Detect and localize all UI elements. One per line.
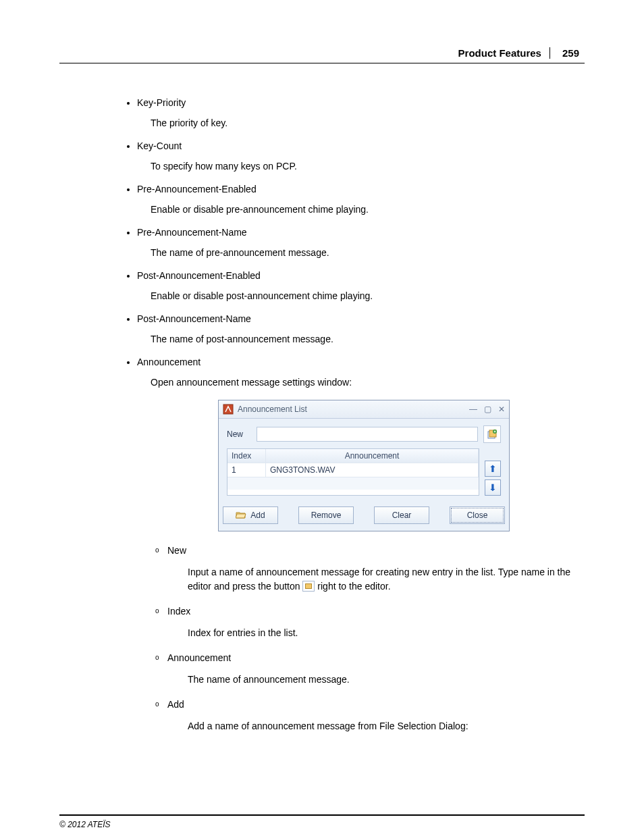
page-header: Product Features 259	[59, 47, 585, 63]
remove-button-label: Remove	[311, 511, 342, 520]
subitem-desc: The name of announcement message.	[188, 673, 585, 687]
dialog-title: Announcement List	[238, 405, 469, 414]
add-file-icon	[487, 429, 498, 440]
header-section-title: Product Features	[458, 47, 550, 59]
item-title: Pre-Announcement-Enabled	[137, 184, 585, 194]
new-label: New	[227, 429, 251, 439]
new-name-input[interactable]	[257, 427, 478, 442]
cell-announcement: GNG3TONS.WAV	[266, 463, 479, 477]
table-row[interactable]: 1 GNG3TONS.WAV	[227, 463, 479, 477]
header-page-number: 259	[550, 47, 585, 59]
folder-open-icon	[236, 511, 246, 521]
move-down-button[interactable]: ⬇	[485, 479, 501, 496]
bullet-circle-icon: o	[155, 700, 159, 708]
item-title: Pre-Announcement-Name	[137, 227, 585, 238]
sub-feature-list: o New Input a name of announcement messa…	[137, 545, 585, 733]
arrow-down-icon: ⬇	[489, 482, 497, 493]
subitem-title: Announcement	[167, 652, 585, 663]
item-title: Key-Priority	[137, 97, 585, 108]
feature-list: Key-Priority The priority of key. Key-Co…	[59, 97, 585, 733]
bullet-circle-icon: o	[155, 546, 159, 554]
move-up-button[interactable]: ⬆	[485, 461, 501, 477]
subitem-desc: Input a name of announcement message for…	[188, 565, 585, 594]
minimize-icon[interactable]: —	[469, 405, 477, 414]
add-file-inline-icon	[302, 581, 315, 592]
announcement-table: Index Announcement 1 GNG3TONS.WAV	[227, 448, 479, 496]
item-desc: To specify how many keys on PCP.	[151, 161, 585, 172]
subitem-title: Add	[167, 699, 585, 710]
maximize-icon[interactable]: ▢	[484, 405, 491, 414]
col-index-header[interactable]: Index	[227, 449, 266, 463]
item-desc: The name of pre-announcement message.	[151, 247, 585, 258]
col-announcement-header[interactable]: Announcement	[266, 449, 479, 463]
item-title: Key-Count	[137, 140, 585, 151]
bullet-circle-icon: o	[155, 607, 159, 615]
item-desc: The priority of key.	[151, 118, 585, 128]
remove-button[interactable]: Remove	[298, 506, 354, 524]
app-icon	[223, 404, 234, 415]
subitem-title: Index	[167, 606, 585, 617]
item-desc: The name of post-announcement message.	[151, 334, 585, 344]
close-icon[interactable]: ✕	[498, 405, 505, 414]
item-desc: Open announcement message settings windo…	[151, 377, 585, 388]
clear-button-label: Clear	[392, 511, 412, 520]
subitem-title: New	[167, 545, 585, 556]
item-desc: Enable or disable pre-announcement chime…	[151, 204, 585, 215]
add-entry-button[interactable]	[483, 425, 501, 443]
item-title: Post-Announcement-Name	[137, 313, 585, 324]
item-desc: Enable or disable post-announcement chim…	[151, 290, 585, 301]
copyright-text: © 2012 ATEÏS	[59, 820, 111, 829]
announcement-list-dialog: Announcement List — ▢ ✕ New	[218, 400, 510, 531]
close-button[interactable]: Close	[450, 506, 505, 524]
add-button-label: Add	[250, 511, 265, 520]
bullet-circle-icon: o	[155, 654, 159, 661]
subitem-desc: Add a name of announcement message from …	[188, 719, 585, 733]
cell-index: 1	[227, 463, 266, 477]
clear-button[interactable]: Clear	[374, 506, 429, 524]
item-title: Announcement	[137, 357, 585, 367]
page-footer: © 2012 ATEÏS	[59, 814, 585, 829]
add-button[interactable]: Add	[223, 506, 278, 524]
subitem-desc: Index for entries in the list.	[188, 626, 585, 640]
item-title: Post-Announcement-Enabled	[137, 270, 585, 281]
close-button-label: Close	[467, 511, 488, 520]
dialog-titlebar: Announcement List — ▢ ✕	[219, 400, 509, 419]
arrow-up-icon: ⬆	[489, 463, 497, 474]
